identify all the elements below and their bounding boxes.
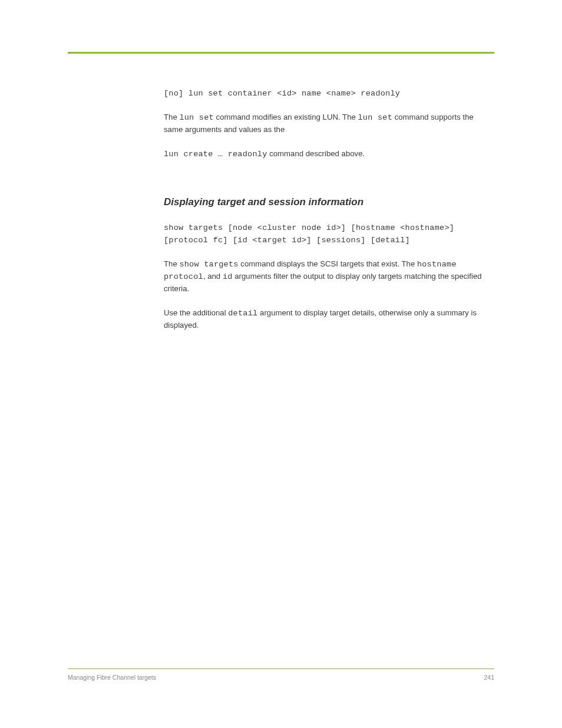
detail-description: Use the additional detail argument to di… <box>164 307 494 332</box>
code-lun-create-readonly: lun create … readonly <box>164 150 267 159</box>
code-detail: detail <box>228 309 257 318</box>
text: command displays the SCSI targets that e… <box>239 259 417 268</box>
text: command described above. <box>267 149 365 158</box>
code-protocol: protocol <box>164 272 203 281</box>
code-lun-set-2: lun set <box>358 113 392 122</box>
text: The <box>164 113 179 121</box>
section-heading: Displaying target and session informatio… <box>164 195 494 210</box>
footer-rule <box>68 668 494 669</box>
text: command modifies an existing LUN. The <box>214 113 358 121</box>
lun-create-line: lun create … readonly command described … <box>164 148 494 160</box>
cmd-lun-set: [no] lun set container <id> name <name> … <box>164 87 494 100</box>
code-id: id <box>223 272 233 281</box>
lun-set-description: The lun set command modifies an existing… <box>164 111 494 136</box>
top-rule <box>68 52 494 54</box>
cmd-show-targets-line2: [protocol fc] [id <target id>] [sessions… <box>164 234 494 246</box>
show-targets-description: The show targets command displays the SC… <box>164 258 494 295</box>
footer-section-title: Managing Fibre Channel targets <box>68 673 156 682</box>
cmd-show-targets-line1: show targets [node <cluster node id>] [h… <box>164 222 494 234</box>
code-show-targets: show targets <box>179 260 238 269</box>
text: , and <box>203 272 223 281</box>
text: The <box>164 259 179 268</box>
code-lun-set-1: lun set <box>179 113 214 122</box>
footer-page-number: 241 <box>484 673 494 682</box>
text: Use the additional <box>164 308 228 317</box>
code-hostname: hostname <box>417 260 457 269</box>
page-footer: Managing Fibre Channel targets 241 <box>68 668 494 682</box>
main-content: [no] lun set container <id> name <name> … <box>164 87 494 331</box>
